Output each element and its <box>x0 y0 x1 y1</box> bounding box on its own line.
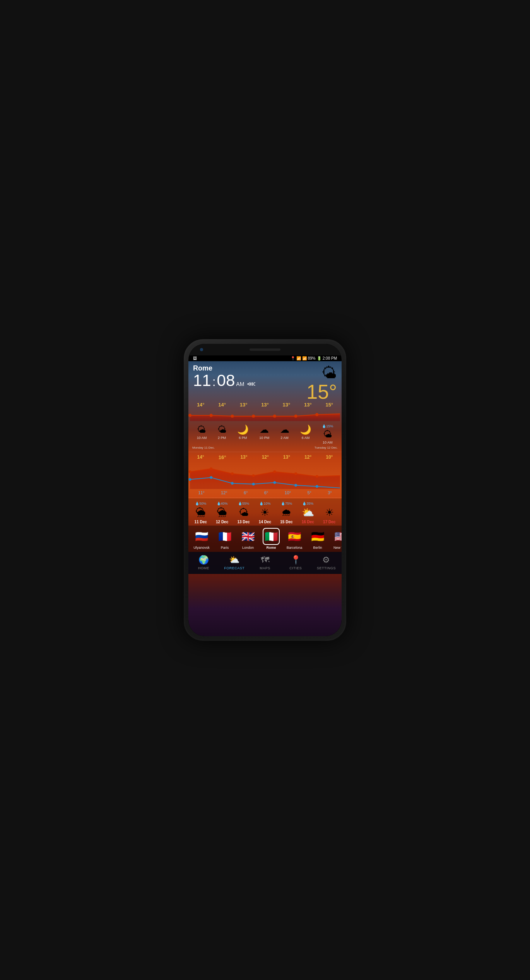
hour-time-4: 2 AM <box>280 436 289 440</box>
daily-high-labels: 14° 16° 13° 12° 13° 12° 10° <box>188 453 342 460</box>
city-flag-rome[interactable]: 🇮🇹 Rome <box>261 528 281 550</box>
daily-low-2: 6° <box>244 490 248 495</box>
daily-high-1: 16° <box>219 454 226 460</box>
divider-1 <box>188 452 342 452</box>
hourly-temp-labels: 14° 14° 13° 13° 13° 13° 15° <box>188 402 342 408</box>
time-hours: 11 <box>193 372 211 389</box>
current-weather: 🌤 15° <box>306 364 337 402</box>
date-tuesday: Tuesday 12 Dec. <box>315 446 338 449</box>
hour-time-6: 10 AM <box>323 440 333 444</box>
daily-chart-svg <box>190 460 340 489</box>
temp-h1: 14° <box>218 402 226 408</box>
city-flag-paris[interactable]: 🇫🇷 Paris <box>215 528 235 550</box>
day-icon-4: 🌧 <box>281 507 291 519</box>
image-icon: 🖼 <box>193 356 197 360</box>
nav-home[interactable]: 🌍 HOME <box>188 555 219 570</box>
day-icon-0: 🌦 <box>196 507 206 519</box>
hour-icon-1: 🌤 <box>217 424 227 435</box>
flag-icon-paris: 🇫🇷 <box>216 528 233 545</box>
city-flag-label-barcelona: Barcelona <box>287 546 303 550</box>
temp-h6: 15° <box>325 402 333 408</box>
daily-forecast: 💧50% 🌦 11 Dec 💧40% 🌦 12 Dec 💧55% 🌤 13 De… <box>188 499 342 526</box>
daily-chart <box>188 460 342 491</box>
nav-home-label: HOME <box>198 566 209 570</box>
current-temp: 15° <box>306 382 337 402</box>
day-card-6: - ☀ 17 Dec <box>323 502 335 524</box>
camera-dot <box>200 348 203 351</box>
daily-high-0: 14° <box>197 454 204 460</box>
city-flag-berlin[interactable]: 🇩🇪 Berlin <box>308 528 328 550</box>
nav-cities[interactable]: 📍 CITIES <box>280 555 311 570</box>
city-flag-barcelona[interactable]: 🇪🇸 Barcelona <box>284 528 304 550</box>
city-flag-london[interactable]: 🇬🇧 London <box>238 528 258 550</box>
svg-point-21 <box>294 484 297 487</box>
hour-item-4: ☁ 2 AM <box>280 424 289 444</box>
city-flag-label-berlin: Berlin <box>313 546 322 550</box>
temp-h5: 13° <box>304 402 312 408</box>
svg-point-6 <box>294 415 297 418</box>
nav-maps-icon: 🗺 <box>261 555 269 565</box>
hour-item-6: 💧15% 🌤 10 AM <box>322 424 333 444</box>
svg-point-22 <box>316 485 318 488</box>
city-flag-newyork[interactable]: 🇺🇸 New York <box>331 528 342 550</box>
day-rain-3: 💧10% <box>259 502 270 505</box>
hour-time-2: 6 PM <box>239 436 247 440</box>
hour-item-3: ☁ 10 PM <box>259 424 269 444</box>
daily-high-3: 12° <box>262 454 269 460</box>
city-flags-row[interactable]: 🇷🇺 Ulyanovsk 🇫🇷 Paris 🇬🇧 London 🇮🇹 Rome <box>188 526 342 552</box>
nav-settings-label: SETTINGS <box>317 566 336 570</box>
day-name-1: 12 Dec <box>216 520 228 524</box>
hourly-chart <box>188 408 342 423</box>
day-rain-1: 💧40% <box>217 502 228 505</box>
phone-screen: 🖼 📍 📶 📶 89% 🔋 2:08 PM Rome <box>188 344 342 636</box>
nav-settings[interactable]: ⚙ SETTINGS <box>311 555 342 570</box>
day-card-3: 💧10% ☀ 14 Dec <box>259 502 271 524</box>
hour-icon-3: ☁ <box>260 424 269 435</box>
day-icon-1: 🌦 <box>217 507 227 519</box>
svg-point-2 <box>210 414 213 417</box>
svg-point-4 <box>252 415 255 418</box>
hour-icon-4: ☁ <box>280 424 289 435</box>
nav-cities-label: CITIES <box>289 566 302 570</box>
date-labels: Monday 11 Dec. Tuesday 12 Dec. <box>188 446 342 451</box>
share-icon[interactable]: ⋘ <box>247 380 256 388</box>
city-info: Rome 11 : 08 AM ⋘ <box>193 364 256 389</box>
temp-h0: 14° <box>197 402 205 408</box>
bottom-nav: 🌍 HOME ⛅ FORECAST 🗺 MAPS 📍 CITIES <box>188 552 342 574</box>
svg-point-5 <box>273 415 276 418</box>
temp-h2: 13° <box>240 402 248 408</box>
hour-icon-6: 🌤 <box>323 429 332 440</box>
day-card-2: 💧55% 🌤 13 Dec <box>237 502 250 524</box>
svg-point-11 <box>231 472 234 475</box>
hour-icon-0: 🌤 <box>197 424 206 435</box>
day-rain-0: 💧50% <box>195 502 206 505</box>
nav-cities-icon: 📍 <box>291 555 301 565</box>
phone-device: 🖼 📍 📶 📶 89% 🔋 2:08 PM Rome <box>184 339 346 641</box>
header-section: Rome 11 : 08 AM ⋘ 🌤 15° <box>188 361 342 403</box>
day-name-5: 16 Dec <box>302 520 314 524</box>
nav-forecast[interactable]: ⛅ FORECAST <box>219 555 250 570</box>
daily-high-2: 13° <box>240 454 247 460</box>
day-card-5: 💧35% ⛅ 16 Dec <box>302 502 314 524</box>
flag-icon-barcelona: 🇪🇸 <box>286 528 303 545</box>
hourly-chart-svg <box>190 408 340 421</box>
svg-point-12 <box>252 474 255 477</box>
day-icon-6: ☀ <box>325 507 334 519</box>
day-name-0: 11 Dec <box>195 520 207 524</box>
hour-item-5: 🌙 6 AM <box>300 424 311 444</box>
svg-point-16 <box>189 478 191 481</box>
daily-low-3: 6° <box>264 490 268 495</box>
nav-forecast-icon: ⛅ <box>229 555 239 565</box>
daily-high-6: 10° <box>326 454 333 460</box>
nav-maps[interactable]: 🗺 MAPS <box>250 555 280 570</box>
city-flag-label-london: London <box>242 546 254 550</box>
flag-icon-newyork: 🇺🇸 <box>332 528 342 545</box>
day-name-6: 17 Dec <box>323 520 335 524</box>
flag-icon-london: 🇬🇧 <box>239 528 256 545</box>
time-minutes: 08 <box>217 372 235 389</box>
hourly-icons-row: 🌤 10 AM 🌤 2 PM 🌙 6 PM ☁ 10 PM <box>188 423 342 446</box>
city-flag-ulyanovsk[interactable]: 🇷🇺 Ulyanovsk <box>191 528 212 550</box>
hour-item-0: 🌤 10 AM <box>197 424 207 444</box>
time-ampm: AM <box>236 381 244 387</box>
day-rain-2: 💧55% <box>238 502 249 505</box>
